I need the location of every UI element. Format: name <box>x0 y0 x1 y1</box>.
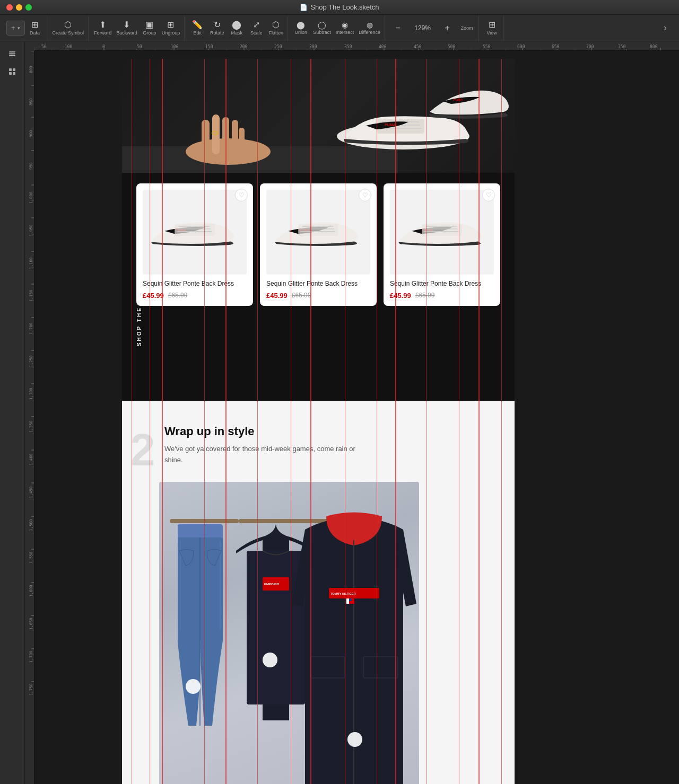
svg-rect-118 <box>202 120 210 157</box>
svg-text:1,450: 1,450 <box>29 486 33 498</box>
heart-icon-1[interactable]: ♡ <box>235 189 248 201</box>
hero-section: PUMA PUMA <box>122 59 515 173</box>
shoe-cards-container: ♡ PUMA Sequin Glitter P <box>122 173 515 316</box>
toolbar-symbol-group: ⬡ Create Symbol <box>48 15 89 41</box>
intersect-button[interactable]: ◉ Intersect <box>334 17 356 39</box>
svg-rect-6 <box>13 72 15 75</box>
rotate-button[interactable]: ↻ Rotate <box>207 17 227 39</box>
svg-text:-100: -100 <box>62 45 72 49</box>
zoom-level-display: 129% <box>408 24 437 32</box>
toolbar-view-group: ⊞ View <box>480 15 504 41</box>
svg-text:1,350: 1,350 <box>29 420 33 433</box>
toolbar: + ▾ ⊞ Data ⬡ Create Symbol ⬆ Forward ⬇ B… <box>0 15 679 41</box>
window-title: 📄 Shop The Look.sketch <box>300 3 379 11</box>
components-icon[interactable] <box>4 64 20 80</box>
svg-text:TOMMY HILFIGER: TOMMY HILFIGER <box>330 592 355 595</box>
shoe-image-3: PUMA <box>390 190 494 275</box>
subtract-icon: ◯ <box>318 21 326 29</box>
maximize-button[interactable] <box>25 4 32 11</box>
original-price-1: £65.99 <box>168 292 188 299</box>
jeans-item <box>175 524 225 736</box>
subtract-button[interactable]: ◯ Subtract <box>311 17 333 39</box>
close-button[interactable] <box>6 4 13 11</box>
svg-text:1,500: 1,500 <box>29 519 33 531</box>
view-button[interactable]: ⊞ View <box>482 17 501 39</box>
section-number: 2 <box>130 427 155 472</box>
svg-text:1,250: 1,250 <box>29 355 33 367</box>
minimize-button[interactable] <box>16 4 22 11</box>
zoom-minus-button[interactable]: − <box>388 17 407 39</box>
svg-text:100: 100 <box>171 45 179 49</box>
design-canvas: PUMA PUMA SHOP THE LOOK <box>122 59 515 784</box>
flatten-icon: ⬡ <box>272 21 280 29</box>
wrap-content: Wrap up in style We've got ya covered fo… <box>164 425 499 466</box>
forward-icon: ⬆ <box>99 21 106 29</box>
svg-text:700: 700 <box>586 45 594 49</box>
svg-text:1,700: 1,700 <box>29 650 33 663</box>
svg-text:450: 450 <box>414 45 422 49</box>
svg-text:1,400: 1,400 <box>29 453 33 465</box>
file-icon: 📄 <box>300 4 308 11</box>
svg-text:150: 150 <box>205 45 213 49</box>
group-icon: ▣ <box>145 21 153 29</box>
svg-text:900: 900 <box>29 130 33 137</box>
union-button[interactable]: ⬤ Union <box>291 17 310 39</box>
group-button[interactable]: ▣ Group <box>140 17 159 39</box>
layers-icon[interactable] <box>4 46 20 61</box>
svg-text:1,300: 1,300 <box>29 387 33 400</box>
edit-icon: ✏️ <box>192 21 203 29</box>
svg-rect-137 <box>298 224 338 236</box>
shoe-card-3: ♡ PUMA Sequin Glitter P <box>384 183 500 306</box>
edit-button[interactable]: ✏️ Edit <box>188 17 207 39</box>
shoe-name-2: Sequin Glitter Ponte Back Dress <box>266 280 370 288</box>
svg-text:1,050: 1,050 <box>29 224 33 236</box>
more-button[interactable]: › <box>656 17 675 39</box>
wrap-title: Wrap up in style <box>164 425 499 438</box>
svg-rect-5 <box>9 72 12 75</box>
zoom-label: Zoom <box>457 17 476 39</box>
difference-button[interactable]: ◍ Difference <box>356 17 382 39</box>
hotspot-jacket[interactable] <box>347 732 362 747</box>
traffic-lights <box>6 4 32 11</box>
shoe-card-2: ♡ PUMA Sequin Glitter P <box>260 183 377 306</box>
svg-text:300: 300 <box>309 45 317 49</box>
svg-text:1,100: 1,100 <box>29 257 33 269</box>
svg-rect-120 <box>222 117 229 154</box>
svg-text:1,000: 1,000 <box>29 191 33 204</box>
shoe-name-3: Sequin Glitter Ponte Back Dress <box>390 280 494 288</box>
more-icon: › <box>664 22 667 33</box>
canvas-left-area <box>34 51 119 784</box>
scale-button[interactable]: ⤢ Scale <box>247 17 266 39</box>
flatten-button[interactable]: ⬡ Flatten <box>266 17 285 39</box>
original-price-2: £65.99 <box>292 292 311 299</box>
hotspot-shirt[interactable] <box>263 653 277 667</box>
shop-the-look-section: SHOP THE LOOK ♡ PUMA <box>122 173 515 401</box>
hotspot-jeans[interactable] <box>186 679 201 694</box>
svg-rect-161 <box>349 598 352 601</box>
title-bar: 📄 Shop The Look.sketch <box>0 0 679 15</box>
svg-text:850: 850 <box>29 98 33 105</box>
sale-price-3: £45.99 <box>390 292 411 299</box>
ruler-corner <box>25 41 34 51</box>
insert-button[interactable]: + ▾ <box>6 21 25 36</box>
zoom-plus-button[interactable]: + <box>438 17 457 39</box>
shoe-prices-1: £45.99 £65.99 <box>143 292 247 299</box>
horizontal-ruler: -50 -100 0 50 100 150 200 250 300 350 40… <box>34 41 679 51</box>
svg-text:250: 250 <box>274 45 282 49</box>
create-symbol-button[interactable]: ⬡ Create Symbol <box>50 17 86 39</box>
heart-icon-2[interactable]: ♡ <box>359 189 371 201</box>
ungroup-button[interactable]: ⊞ Ungroup <box>160 17 182 39</box>
union-icon: ⬤ <box>297 21 305 29</box>
forward-button[interactable]: ⬆ Forward <box>92 17 114 39</box>
mask-button[interactable]: ⬤ Mask <box>227 17 246 39</box>
heart-icon-3[interactable]: ♡ <box>482 189 495 201</box>
ungroup-icon: ⊞ <box>167 21 174 29</box>
svg-text:600: 600 <box>517 45 525 49</box>
data-button[interactable]: ⊞ Data <box>25 17 45 39</box>
wrap-subtitle: We've got ya covered for those mid-week … <box>164 444 366 466</box>
svg-text:1,550: 1,550 <box>29 551 33 563</box>
backward-button[interactable]: ⬇ Backward <box>114 17 140 39</box>
svg-text:350: 350 <box>344 45 352 49</box>
original-price-3: £65.99 <box>415 292 435 299</box>
svg-text:-50: -50 <box>39 45 47 49</box>
